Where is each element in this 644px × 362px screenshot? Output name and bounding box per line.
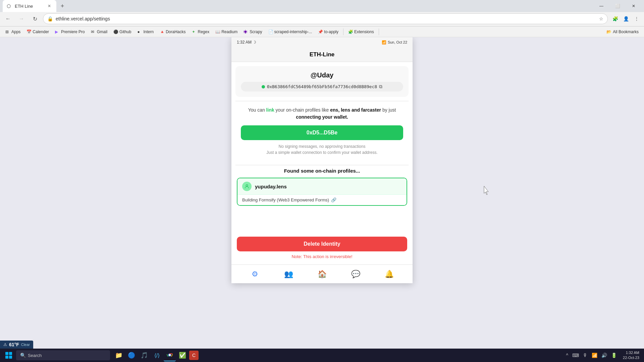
bookmark-to-apply[interactable]: 📌 to-apply: [315, 29, 341, 35]
delete-identity-button[interactable]: Delete Identity: [237, 237, 407, 251]
settings-nav-icon: ⚙: [252, 270, 258, 279]
profile-card-bio: Building Formsify (Web3 Empowered Forms)…: [237, 194, 407, 205]
bookmark-extensions[interactable]: 🧩 Extensions: [345, 29, 377, 35]
back-button[interactable]: ←: [3, 13, 13, 24]
bookmarks-bar: ⊞ Apps 📅 Calender ▶ Premiere Pro ✉ Gmail…: [0, 26, 644, 37]
nav-home[interactable]: 🏠: [315, 267, 329, 281]
bookmark-readium[interactable]: 📖 Readium: [213, 29, 240, 35]
all-bookmarks-label: All Bookmarks: [613, 29, 639, 34]
forward-button[interactable]: →: [16, 13, 27, 24]
wallet-note-line1: No signing messages, no approving transa…: [241, 143, 403, 149]
bookmark-scraped-label: scraped-internship-...: [274, 29, 312, 34]
titlebar: ⬡ ETH Line ✕ + — ⬜ ✕: [0, 0, 644, 12]
nav-messages[interactable]: 💬: [349, 267, 362, 281]
lens-profile-card[interactable]: yupuday.lens Building Formsify (Web3 Emp…: [237, 178, 407, 206]
bookmark-apps[interactable]: ⊞ Apps: [3, 29, 23, 35]
scrapy-icon: 🕷: [244, 29, 248, 34]
bookmark-gmail-label: Gmail: [97, 29, 107, 34]
taskbar-file-explorer[interactable]: 📁: [113, 349, 125, 361]
taskbar-app-red[interactable]: C: [189, 351, 199, 360]
notifications-nav-icon: 🔔: [385, 270, 394, 279]
menu-icon[interactable]: ⋮: [632, 14, 641, 23]
taskbar: 🔍 Search 📁 🔵 🎵 ⟨/⟩ ✅ C ^ ⌨ 🎙 📶 🔊 🔋: [0, 349, 644, 362]
dorahacks-icon: 🔺: [160, 29, 164, 34]
weather-description: Clear: [21, 343, 30, 347]
taskbar-vscode[interactable]: ⟨/⟩: [151, 349, 163, 361]
active-tab[interactable]: ⬡ ETH Line ✕: [3, 0, 56, 12]
bookmark-premiere[interactable]: ▶ Premiere Pro: [52, 29, 88, 35]
scraped-icon: 📄: [268, 29, 273, 34]
mobile-statusbar: 1:32 AM ☽ 📶 Sun, Oct 22: [231, 37, 413, 47]
taskbar-media-player[interactable]: 🎵: [138, 349, 150, 361]
taskbar-notes[interactable]: ✅: [176, 349, 189, 361]
taskbar-edge-browser[interactable]: 🔵: [125, 349, 138, 361]
tab-bar: ⬡ ETH Line ✕ +: [3, 0, 67, 12]
taskbar-chrome[interactable]: [164, 349, 176, 361]
link-section: You can link your on-chain profiles like…: [235, 101, 409, 161]
nav-notifications[interactable]: 🔔: [382, 267, 396, 281]
taskbar-search[interactable]: 🔍 Search: [16, 350, 110, 360]
github-icon: ⚫: [113, 29, 118, 34]
mobile-navbar: ⚙ 👥 🏠 💬 🔔: [231, 264, 413, 283]
new-tab-button[interactable]: +: [58, 1, 67, 11]
bookmark-github[interactable]: ⚫ Github: [111, 29, 134, 35]
lens-profile-name: yupuday.lens: [255, 184, 287, 189]
contacts-nav-icon: 👥: [284, 270, 293, 279]
tab-favicon: ⬡: [7, 3, 12, 9]
bookmark-scraped[interactable]: 📄 scraped-internship-...: [266, 29, 315, 35]
address-bar[interactable]: 🔒 ethline.vercel.app/settings ☆: [43, 13, 608, 24]
bookmark-readium-label: Readium: [221, 29, 237, 34]
mobile-statusbar-right: 📶 Sun, Oct 22: [382, 40, 407, 45]
maximize-button[interactable]: ⬜: [610, 1, 625, 11]
page-content: 1:32 AM ☽ 📶 Sun, Oct 22 ETH-Line @Uday 0…: [0, 37, 644, 335]
bookmark-intern[interactable]: ● Intern: [135, 29, 156, 35]
copy-address-icon[interactable]: ⧉: [379, 84, 382, 89]
start-button[interactable]: [3, 349, 15, 361]
bookmark-star-icon[interactable]: ☆: [599, 16, 603, 21]
bookmark-gmail[interactable]: ✉ Gmail: [88, 29, 110, 35]
bookmark-calender[interactable]: 📅 Calender: [24, 29, 52, 35]
home-nav-icon: 🏠: [318, 270, 327, 279]
mobile-header-title: ETH-Line: [310, 51, 335, 58]
tab-title: ETH Line: [15, 4, 44, 9]
browser-chrome: ← → ↻ 🔒 ethline.vercel.app/settings ☆ 🧩 …: [0, 12, 644, 26]
minimize-button[interactable]: —: [594, 1, 609, 11]
connect-wallet-button[interactable]: 0xD5...D5Be: [241, 125, 403, 140]
profile-card-header: yupuday.lens: [237, 178, 407, 194]
tray-chevron[interactable]: ^: [565, 352, 570, 359]
nav-contacts[interactable]: 👥: [282, 267, 295, 281]
reload-button[interactable]: ↻: [30, 13, 40, 24]
taskbar-clock[interactable]: 1:32 AM 22-Oct-23: [621, 350, 641, 361]
bookmark-scrapy[interactable]: 🕷 Scrapy: [241, 29, 265, 35]
nav-settings[interactable]: ⚙: [248, 267, 262, 281]
tray-volume-icon[interactable]: 🔊: [600, 352, 608, 359]
tray-keyboard-icon[interactable]: ⌨: [571, 352, 580, 359]
onchain-section: Found some on-chain profiles... yupuday.…: [231, 165, 413, 211]
connecting-bold: connecting your wallet.: [296, 114, 348, 120]
tray-battery-icon[interactable]: 🔋: [610, 352, 618, 359]
bookmark-premiere-label: Premiere Pro: [61, 29, 85, 34]
intern-icon: ●: [137, 29, 142, 34]
weather-widget: ⚠ 61°F Clear: [0, 341, 33, 349]
extensions-bookmark-icon: 🧩: [348, 29, 353, 34]
tab-close-button[interactable]: ✕: [46, 3, 52, 9]
wallet-note: No signing messages, no approving transa…: [241, 143, 403, 156]
clock-time: 1:32 AM: [623, 350, 639, 355]
tray-wifi-icon[interactable]: 📶: [590, 352, 599, 359]
profile-icon[interactable]: 👤: [621, 14, 631, 23]
bookmark-dorahacks[interactable]: 🔺 DoraHacks: [157, 29, 188, 35]
bookmark-extensions-label: Extensions: [354, 29, 374, 34]
extensions-icon[interactable]: 🧩: [610, 14, 620, 23]
bio-link-icon: 🔗: [331, 197, 336, 202]
gmail-icon: ✉: [91, 29, 96, 34]
tray-mic-icon[interactable]: 🎙: [582, 352, 589, 359]
svg-point-0: [246, 185, 248, 186]
close-button[interactable]: ✕: [626, 1, 641, 11]
bookmark-regex[interactable]: ✦ Regex: [189, 29, 212, 35]
all-bookmarks-button[interactable]: 📂 All Bookmarks: [604, 29, 641, 35]
link-word: link: [266, 107, 274, 113]
content-spacer: [231, 211, 413, 231]
delete-section: Delete Identity Note: This action is irr…: [231, 231, 413, 264]
window-controls: — ⬜ ✕: [594, 1, 641, 11]
moon-icon: ☽: [253, 40, 256, 45]
